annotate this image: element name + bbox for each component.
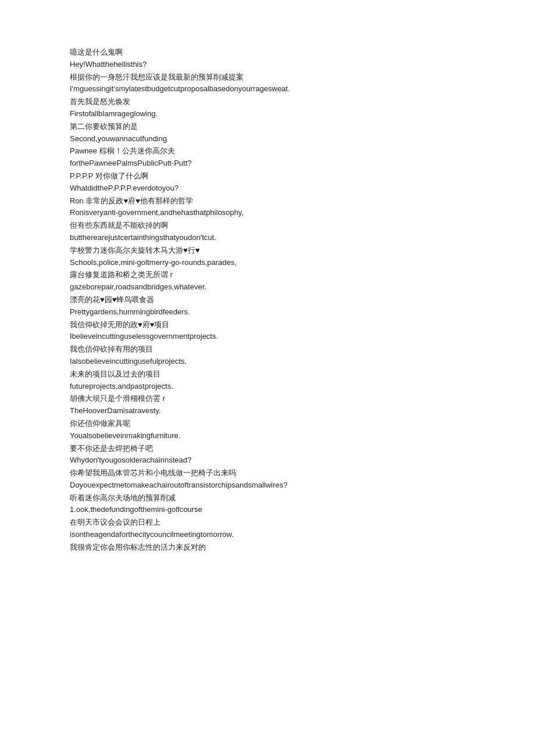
english-line-5: WhatdidtheP.P.P.P.everdotoyou?: [70, 182, 465, 195]
chinese-line-3: 第二你要砍预算的是: [70, 121, 465, 133]
line-pair-10: 漂亮的花♥园♥蜂鸟喂食器Prettygardens,hummingbirdfee…: [70, 294, 465, 318]
line-pair-2: 首先我是怒光焕发Firstofallblamrageglowing.: [70, 96, 465, 120]
chinese-line-13: 未来的项目以及过去的项目: [70, 368, 465, 381]
english-line-12: Ialsobelieveincuttingusefulprojects,: [70, 356, 465, 368]
line-pair-19: 在明天市议会会议的日程上isontheagendaforthecitycounc…: [70, 517, 465, 541]
english-line-2: Firstofallblamrageglowing.: [70, 108, 465, 120]
english-line-16: Whydon'tyougosolderachairinstead?: [70, 454, 465, 467]
chinese-line-11: 我信仰砍掉无用的政♥府♥项目: [70, 319, 465, 331]
line-pair-0: 噫这是什么鬼啊Hey!Whatthehellisthis?: [70, 46, 465, 71]
line-pair-12: 我也信仰砍掉有用的项目Ialsobelieveincuttingusefulpr…: [70, 343, 465, 368]
chinese-line-18: 听着迷你高尔夫场地的预算削减: [70, 492, 465, 504]
chinese-line-20: 我很肯定你会用你标志性的活力来反对的: [70, 542, 465, 554]
chinese-line-8: 学校警力迷你高尔夫旋转木马大游♥行♥: [70, 245, 465, 257]
line-pair-11: 我信仰砍掉无用的政♥府♥项目Ibelieveincuttinguselessgo…: [70, 319, 465, 343]
chinese-line-19: 在明天市议会会议的日程上: [70, 517, 465, 529]
english-line-18: 1.ook,thedefundingofthemini-golfcourse: [70, 504, 465, 516]
english-line-1: I'mguessingit'smylatestbudgetcutproposal…: [70, 83, 465, 95]
chinese-line-4: Pawnee 棕榈！公共迷你高尔夫: [70, 145, 465, 157]
line-pair-4: Pawnee 棕榈！公共迷你高尔夫forthePawneePalmsPublic…: [70, 145, 465, 170]
content-area: 噫这是什么鬼啊Hey!Whatthehellisthis?根据你的一身怒汗我想应…: [70, 46, 465, 554]
line-pair-3: 第二你要砍预算的是Second,youwannacutfunding: [70, 121, 465, 145]
english-line-7: buttherearejustcertainthingsthatyoudon't…: [70, 232, 465, 244]
chinese-line-15: 你还信仰做家具呢: [70, 418, 465, 430]
line-pair-8: 学校警力迷你高尔夫旋转木马大游♥行♥Schools,police,mini-go…: [70, 245, 465, 269]
line-pair-1: 根据你的一身怒汗我想应该是我最新的预算削减提案I'mguessingit'smy…: [70, 71, 465, 96]
chinese-line-1: 根据你的一身怒汗我想应该是我最新的预算削减提案: [70, 71, 465, 84]
english-line-0: Hey!Whatthehellisthis?: [70, 59, 465, 71]
line-pair-9: 露台修复道路和桥之类无所谓 rgazeborepair,roadsandbrid…: [70, 269, 465, 293]
english-line-6: Ronisveryanti-government,andhehasthatphi…: [70, 207, 465, 219]
chinese-line-5: P.P.P.P 对你做了什么啊: [70, 170, 465, 182]
english-line-10: Prettygardens,hummingbirdfeeders.: [70, 306, 465, 318]
line-pair-7: 但有些东西就是不能砍掉的啊buttherearejustcertainthing…: [70, 220, 465, 244]
line-pair-14: 胡佛大坝只是个滑稽模仿罢 rTheHooverDamisatravesty.: [70, 393, 465, 417]
chinese-line-2: 首先我是怒光焕发: [70, 96, 465, 108]
chinese-line-16: 要不你还是去焊把椅子吧: [70, 443, 465, 455]
line-pair-18: 听着迷你高尔夫场地的预算削减1.ook,thedefundingofthemin…: [70, 492, 465, 517]
english-line-11: Ibelieveincuttinguselessgovernmentprojec…: [70, 331, 465, 343]
line-pair-6: Ron 非常的反政♥府♥他有那样的哲学Ronisveryanti-governm…: [70, 195, 465, 220]
english-line-4: forthePawneePalmsPublicPutt-Putt?: [70, 157, 465, 170]
english-line-8: Schools,police,mini-goltmerry-go-rounds,…: [70, 257, 465, 269]
english-line-3: Second,youwannacutfunding: [70, 133, 465, 145]
chinese-line-9: 露台修复道路和桥之类无所谓 r: [70, 269, 465, 281]
line-pair-13: 未来的项目以及过去的项目futureprojects,andpastprojec…: [70, 368, 465, 393]
chinese-line-12: 我也信仰砍掉有用的项目: [70, 343, 465, 356]
line-pair-17: 你希望我用晶体管芯片和小电线做一把椅子出来吗Doyouexpectmetomak…: [70, 467, 465, 492]
chinese-line-0: 噫这是什么鬼啊: [70, 46, 465, 59]
chinese-line-6: Ron 非常的反政♥府♥他有那样的哲学: [70, 195, 465, 207]
line-pair-16: 要不你还是去焊把椅子吧Whydon'tyougosolderachairinst…: [70, 443, 465, 467]
chinese-line-17: 你希望我用晶体管芯片和小电线做一把椅子出来吗: [70, 467, 465, 479]
english-line-17: Doyouexpectmetomakeachairoutoftransistor…: [70, 479, 465, 492]
english-line-19: isontheagendaforthecitycouncilmeetingtom…: [70, 529, 465, 541]
english-line-14: TheHooverDamisatravesty.: [70, 405, 465, 417]
line-pair-5: P.P.P.P 对你做了什么啊WhatdidtheP.P.P.P.everdot…: [70, 170, 465, 195]
english-line-15: Youalsobelieveinmakingfurniture.: [70, 430, 465, 442]
english-line-9: gazeborepair,roadsandbridges,whatever.: [70, 281, 465, 293]
chinese-line-14: 胡佛大坝只是个滑稽模仿罢 r: [70, 393, 465, 405]
line-pair-20: 我很肯定你会用你标志性的活力来反对的: [70, 542, 465, 554]
chinese-line-7: 但有些东西就是不能砍掉的啊: [70, 220, 465, 232]
english-line-13: futureprojects,andpastprojects.: [70, 381, 465, 393]
line-pair-15: 你还信仰做家具呢Youalsobelieveinmakingfurniture.: [70, 418, 465, 442]
chinese-line-10: 漂亮的花♥园♥蜂鸟喂食器: [70, 294, 465, 306]
